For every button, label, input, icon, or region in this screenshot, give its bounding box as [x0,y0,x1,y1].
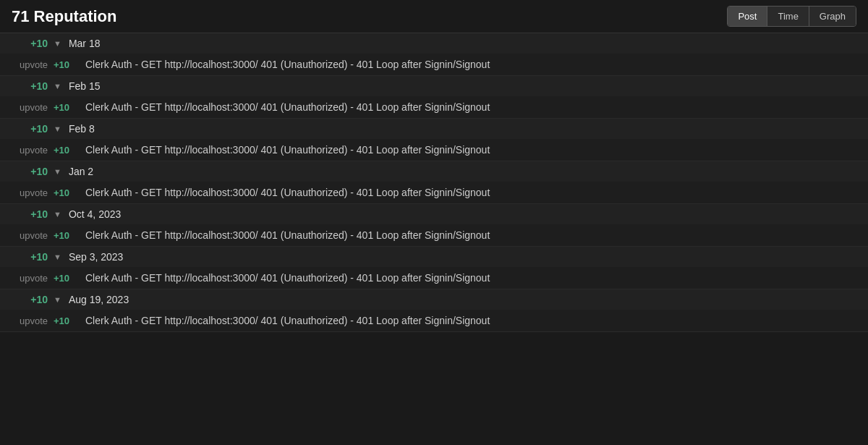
entry-score: +10 [54,145,77,156]
date-label: Feb 15 [69,80,101,92]
date-group-row: +10 ▼ Oct 4, 2023 [0,204,868,224]
chevron-down-icon[interactable]: ▼ [54,39,61,48]
entry-title[interactable]: Clerk Auth - GET http://localhost:3000/ … [85,144,490,156]
chevron-down-icon[interactable]: ▼ [54,210,61,219]
vote-type-label: upvote [12,145,48,156]
reputation-entry-row[interactable]: upvote +10 Clerk Auth - GET http://local… [0,96,868,119]
reputation-entry-row[interactable]: upvote +10 Clerk Auth - GET http://local… [0,54,868,76]
vote-type-label: upvote [12,273,48,284]
vote-type-label: upvote [12,315,48,326]
date-score: +10 [12,166,48,177]
date-label: Mar 18 [69,38,101,49]
date-label: Jan 2 [69,166,93,177]
date-score: +10 [12,208,48,220]
tab-time[interactable]: Time [767,7,809,26]
entry-title[interactable]: Clerk Auth - GET http://localhost:3000/ … [85,187,490,198]
vote-type-label: upvote [12,59,48,70]
entry-score: +10 [54,187,77,198]
entry-title[interactable]: Clerk Auth - GET http://localhost:3000/ … [85,272,490,284]
date-group-row: +10 ▼ Jan 2 [0,161,868,182]
date-score: +10 [12,38,48,49]
reputation-entry-row[interactable]: upvote +10 Clerk Auth - GET http://local… [0,310,868,332]
tab-graph[interactable]: Graph [809,7,856,26]
date-label: Oct 4, 2023 [69,208,121,220]
entry-score: +10 [54,59,77,70]
reputation-entry-row[interactable]: upvote +10 Clerk Auth - GET http://local… [0,267,868,289]
reputation-entry-row[interactable]: upvote +10 Clerk Auth - GET http://local… [0,182,868,204]
tab-group: Post Time Graph [727,6,856,27]
date-score: +10 [12,123,48,135]
date-group-row: +10 ▼ Mar 18 [0,33,868,54]
entry-score: +10 [54,230,77,241]
date-group-row: +10 ▼ Feb 15 [0,76,868,96]
vote-type-label: upvote [12,187,48,198]
date-group-row: +10 ▼ Feb 8 [0,119,868,139]
chevron-down-icon[interactable]: ▼ [54,124,61,133]
entry-score: +10 [54,315,77,326]
date-label: Sep 3, 2023 [69,251,124,263]
tab-post[interactable]: Post [728,7,767,26]
reputation-entry-row[interactable]: upvote +10 Clerk Auth - GET http://local… [0,139,868,161]
reputation-list: +10 ▼ Mar 18 upvote +10 Clerk Auth - GET… [0,33,868,332]
chevron-down-icon[interactable]: ▼ [54,167,61,176]
chevron-down-icon[interactable]: ▼ [54,253,61,261]
date-group-row: +10 ▼ Sep 3, 2023 [0,247,868,267]
chevron-down-icon[interactable]: ▼ [54,82,61,90]
vote-type-label: upvote [12,230,48,241]
vote-type-label: upvote [12,102,48,113]
page-title: 71 Reputation [12,7,116,26]
date-label: Aug 19, 2023 [69,294,129,305]
date-score: +10 [12,80,48,92]
entry-title[interactable]: Clerk Auth - GET http://localhost:3000/ … [85,229,490,241]
entry-title[interactable]: Clerk Auth - GET http://localhost:3000/ … [85,101,490,113]
entry-score: +10 [54,102,77,113]
date-group-row: +10 ▼ Aug 19, 2023 [0,289,868,310]
reputation-entry-row[interactable]: upvote +10 Clerk Auth - GET http://local… [0,224,868,247]
page-header: 71 Reputation Post Time Graph [0,0,868,33]
entry-title[interactable]: Clerk Auth - GET http://localhost:3000/ … [85,315,490,326]
entry-title[interactable]: Clerk Auth - GET http://localhost:3000/ … [85,59,490,70]
chevron-down-icon[interactable]: ▼ [54,295,61,304]
date-score: +10 [12,251,48,263]
date-score: +10 [12,294,48,305]
entry-score: +10 [54,273,77,284]
date-label: Feb 8 [69,123,95,135]
